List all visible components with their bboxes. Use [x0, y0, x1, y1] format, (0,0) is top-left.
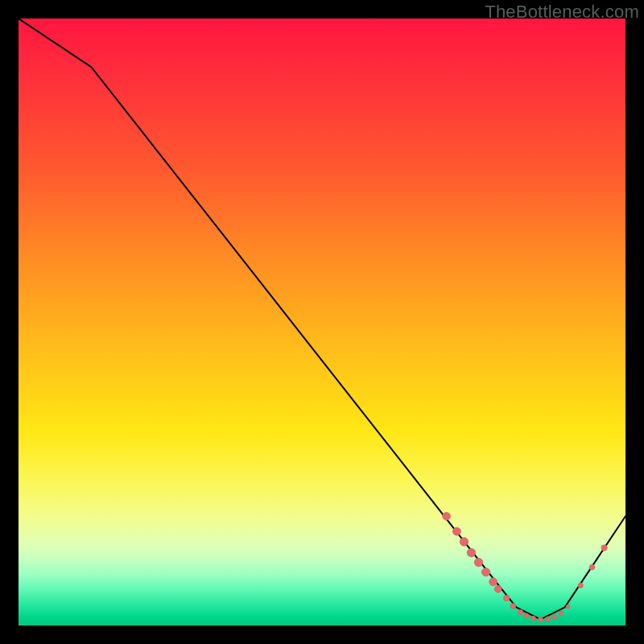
chart-marker	[460, 538, 469, 547]
chart-markers	[443, 512, 608, 621]
watermark-text: TheBottleneck.com	[485, 2, 639, 23]
chart-marker	[578, 583, 583, 588]
chart-frame: TheBottleneck.com	[0, 0, 644, 644]
chart-marker	[467, 548, 476, 557]
chart-marker	[481, 568, 489, 576]
chart-marker	[601, 545, 607, 551]
chart-marker	[452, 527, 460, 535]
chart-marker	[494, 585, 502, 592]
chart-marker	[589, 564, 595, 570]
chart-line-curve	[19, 19, 625, 619]
chart-plot-area	[19, 19, 625, 625]
chart-svg	[19, 19, 625, 625]
chart-marker	[518, 609, 522, 614]
chart-marker	[474, 558, 483, 567]
chart-marker	[510, 603, 516, 609]
chart-marker	[538, 617, 543, 621]
chart-marker	[559, 611, 564, 616]
chart-marker	[524, 613, 529, 618]
chart-marker	[443, 512, 451, 520]
chart-marker	[552, 615, 557, 620]
chart-marker	[530, 616, 535, 621]
chart-marker	[503, 595, 510, 601]
chart-marker	[489, 578, 497, 586]
chart-marker	[566, 605, 570, 609]
chart-marker	[546, 617, 551, 621]
